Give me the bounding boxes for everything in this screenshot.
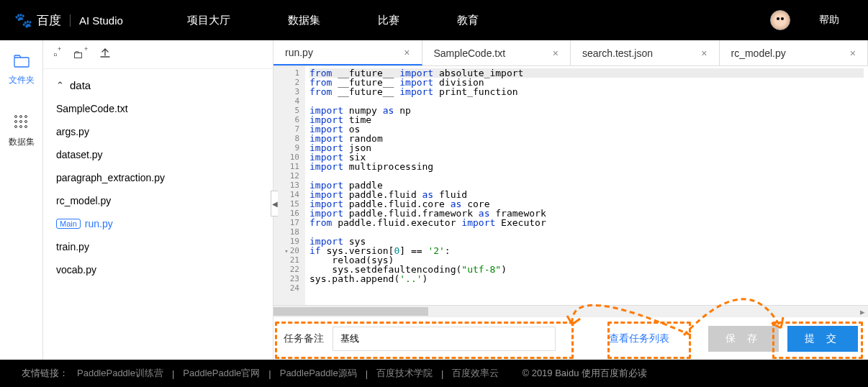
sidebar-files[interactable]: 文件夹 bbox=[0, 55, 42, 86]
tab-samplecode[interactable]: SampleCode.txt× bbox=[422, 40, 571, 65]
submit-button[interactable]: 提 交 bbox=[787, 326, 858, 352]
logo[interactable]: 🐾 百度 AI Studio bbox=[14, 12, 144, 29]
avatar[interactable] bbox=[770, 10, 790, 30]
horizontal-scrollbar[interactable]: ◂ ▸ bbox=[273, 305, 868, 317]
tab-run[interactable]: run.py× bbox=[273, 40, 422, 65]
footer-copyright: © 2019 Baidu 使用百度前必读 bbox=[522, 367, 647, 380]
main-badge: Main bbox=[56, 219, 81, 229]
logo-product: AI Studio bbox=[70, 14, 123, 27]
main-area: 文件夹 数据集 ▫+ 🗀+ ⌃ data SampleCode.txt args… bbox=[0, 40, 868, 360]
nav-education[interactable]: 教育 bbox=[457, 14, 479, 27]
paw-icon: 🐾 bbox=[14, 12, 32, 29]
tab-rc-model[interactable]: rc_model.py× bbox=[720, 40, 869, 65]
new-file-icon[interactable]: ▫+ bbox=[53, 48, 57, 60]
folder-data[interactable]: ⌃ data bbox=[43, 73, 273, 97]
file-run[interactable]: Main run.py bbox=[43, 212, 273, 235]
logo-brand: 百度 bbox=[37, 12, 61, 29]
sidebar-files-label: 文件夹 bbox=[9, 75, 35, 85]
file-samplecode[interactable]: SampleCode.txt bbox=[43, 97, 273, 120]
file-rc-model[interactable]: rc_model.py bbox=[43, 189, 273, 212]
tab-search-test[interactable]: search.test.json× bbox=[571, 40, 720, 65]
svg-rect-0 bbox=[14, 58, 29, 67]
close-icon[interactable]: × bbox=[404, 47, 410, 58]
file-args[interactable]: args.py bbox=[43, 120, 273, 143]
code-area[interactable]: 123456789101112131415161718192021222324 … bbox=[273, 66, 868, 305]
editor: run.py× SampleCode.txt× search.test.json… bbox=[273, 40, 868, 360]
nav-projects[interactable]: 项目大厅 bbox=[187, 14, 230, 27]
upload-icon[interactable] bbox=[99, 47, 111, 61]
file-train[interactable]: train.py bbox=[43, 235, 273, 258]
close-icon[interactable]: × bbox=[850, 47, 856, 59]
footer-link-4[interactable]: 百度效率云 bbox=[452, 367, 499, 380]
footer-link-2[interactable]: PaddlePaddle源码 bbox=[280, 367, 357, 380]
footer: 友情链接： PaddlePaddle训练营| PaddlePaddle官网| P… bbox=[0, 360, 868, 387]
nav-competitions[interactable]: 比赛 bbox=[378, 14, 399, 27]
file-toolbar: ▫+ 🗀+ bbox=[43, 40, 273, 69]
scroll-thumb[interactable] bbox=[273, 307, 428, 316]
folder-label: data bbox=[70, 79, 91, 91]
top-bar: 🐾 百度 AI Studio 项目大厅 数据集 比赛 教育 帮助 bbox=[0, 0, 868, 40]
help-link[interactable]: 帮助 bbox=[819, 14, 839, 27]
sidebar-datasets-label: 数据集 bbox=[9, 137, 35, 147]
file-vocab[interactable]: vocab.py bbox=[43, 258, 273, 281]
task-bar: 任务备注 查看任务列表 保 存 提 交 bbox=[273, 317, 868, 360]
nav-datasets[interactable]: 数据集 bbox=[288, 14, 320, 27]
task-note-label: 任务备注 bbox=[284, 332, 324, 345]
line-gutter: 123456789101112131415161718192021222324 bbox=[273, 66, 305, 305]
left-sidebar: 文件夹 数据集 bbox=[0, 40, 43, 360]
footer-friend: 友情链接： bbox=[22, 367, 68, 380]
file-panel: ▫+ 🗀+ ⌃ data SampleCode.txt args.py data… bbox=[43, 40, 273, 360]
editor-tabs: run.py× SampleCode.txt× search.test.json… bbox=[273, 40, 868, 66]
close-icon[interactable]: × bbox=[553, 47, 559, 59]
top-nav: 项目大厅 数据集 比赛 教育 bbox=[187, 14, 770, 27]
file-tree: ⌃ data SampleCode.txt args.py dataset.py… bbox=[43, 69, 273, 286]
caret-icon: ⌃ bbox=[56, 80, 64, 91]
scroll-right-icon[interactable]: ▸ bbox=[856, 306, 868, 317]
collapse-handle[interactable]: ◀ bbox=[271, 191, 278, 217]
task-note-input[interactable] bbox=[333, 327, 556, 351]
code-body[interactable]: from __future__ import absolute_importfr… bbox=[305, 66, 868, 305]
view-tasks-link[interactable]: 查看任务列表 bbox=[609, 332, 669, 345]
footer-link-1[interactable]: PaddlePaddle官网 bbox=[183, 367, 260, 380]
sidebar-datasets[interactable]: 数据集 bbox=[0, 115, 42, 148]
grid-icon bbox=[0, 115, 42, 133]
folder-icon bbox=[0, 55, 42, 71]
file-paragraph-extraction[interactable]: paragraph_extraction.py bbox=[43, 166, 273, 189]
file-dataset[interactable]: dataset.py bbox=[43, 143, 273, 166]
close-icon[interactable]: × bbox=[701, 47, 707, 59]
footer-link-3[interactable]: 百度技术学院 bbox=[376, 367, 433, 380]
save-button[interactable]: 保 存 bbox=[708, 326, 779, 352]
footer-link-0[interactable]: PaddlePaddle训练营 bbox=[77, 367, 163, 380]
new-folder-icon[interactable]: 🗀+ bbox=[73, 48, 83, 60]
